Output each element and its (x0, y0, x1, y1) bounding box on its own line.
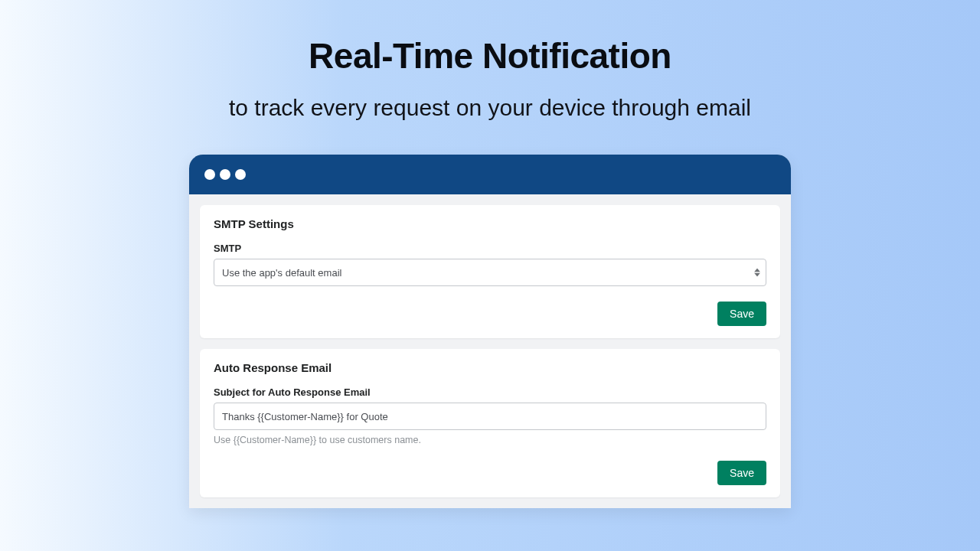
auto-save-button[interactable]: Save (717, 461, 766, 485)
smtp-select-wrap (214, 259, 766, 286)
window-titlebar (189, 155, 791, 194)
auto-card-heading: Auto Response Email (214, 361, 766, 374)
window-dot-icon (220, 169, 230, 180)
auto-card-actions: Save (214, 461, 766, 485)
smtp-select[interactable] (214, 259, 766, 286)
window-body: SMTP Settings SMTP Save Auto Response Em… (189, 194, 791, 508)
app-window: SMTP Settings SMTP Save Auto Response Em… (189, 155, 791, 508)
auto-help-text: Use {{Customer-Name}} to use customers n… (214, 435, 766, 445)
smtp-settings-card: SMTP Settings SMTP Save (200, 205, 780, 338)
smtp-card-heading: SMTP Settings (214, 217, 766, 230)
window-dot-icon (204, 169, 215, 180)
smtp-card-actions: Save (214, 302, 766, 326)
page-title: Real-Time Notification (0, 35, 980, 77)
page-subtitle: to track every request on your device th… (0, 95, 980, 121)
auto-subject-input[interactable] (214, 403, 766, 430)
page-root: Real-Time Notification to track every re… (0, 0, 980, 551)
smtp-field-label: SMTP (214, 243, 766, 254)
auto-response-card: Auto Response Email Subject for Auto Res… (200, 349, 780, 497)
auto-subject-label: Subject for Auto Response Email (214, 386, 766, 398)
window-dot-icon (235, 169, 246, 180)
smtp-save-button[interactable]: Save (717, 302, 766, 326)
